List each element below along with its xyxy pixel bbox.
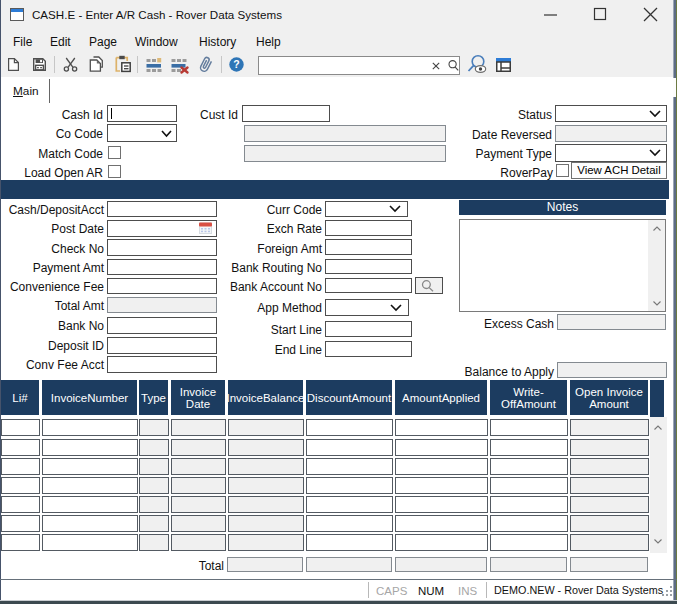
svg-text:?: ? xyxy=(233,58,239,70)
